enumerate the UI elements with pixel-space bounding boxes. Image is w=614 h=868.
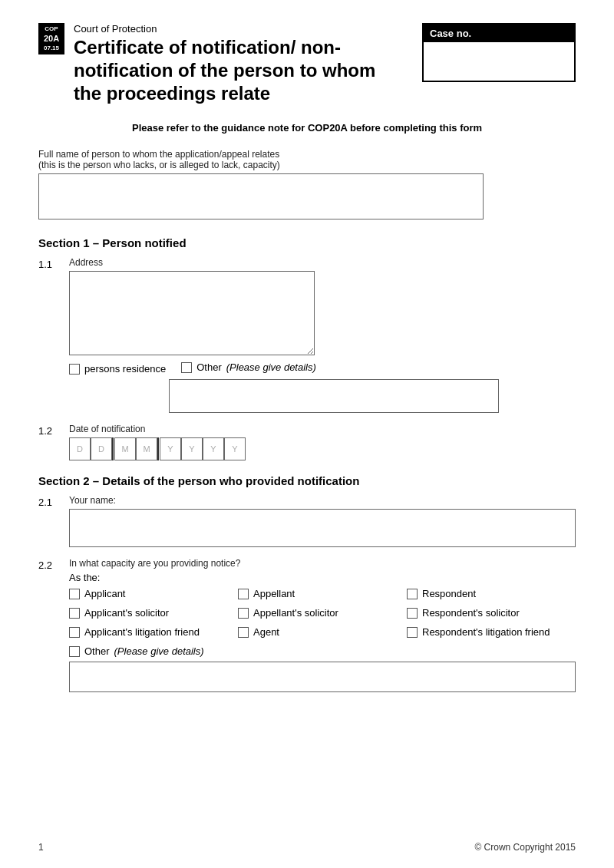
respondent-litigation-friend-label: Respondent's litigation friend <box>422 626 550 638</box>
field-1-1-content: Address persons residence Other (Please … <box>69 257 576 413</box>
respondent-solicitor-label: Respondent's solicitor <box>422 607 520 619</box>
field-1-1-num: 1.1 <box>38 257 61 270</box>
appellant-checkbox[interactable] <box>238 589 249 599</box>
appellant-label: Appellant <box>253 588 295 599</box>
header-title-block: Court of Protection Certificate of notif… <box>74 23 396 105</box>
page: COP 20A 07.15 Court of Protection Certif… <box>0 0 614 868</box>
other-address-checkbox[interactable] <box>181 362 192 373</box>
section1-heading: Section 1 – Person notified <box>38 236 576 249</box>
applicant-item: Applicant <box>69 588 238 599</box>
other-details-container <box>69 379 576 413</box>
other-capacity-italic: (Please give details) <box>114 645 204 657</box>
field-1-2-label: Date of notification <box>69 424 576 434</box>
section2-heading: Section 2 – Details of the person who pr… <box>38 474 576 487</box>
appellant-item: Appellant <box>238 588 407 599</box>
case-no-value <box>424 42 574 81</box>
court-name: Court of Protection <box>74 23 396 35</box>
field-2-2-content: In what capacity are you providing notic… <box>69 558 576 692</box>
date-y4[interactable]: Y <box>224 437 246 460</box>
date-y1[interactable]: Y <box>160 437 181 460</box>
applicant-checkbox[interactable] <box>69 589 80 599</box>
guidance-note: Please refer to the guidance note for CO… <box>38 122 576 134</box>
persons-row: persons residence Other (Please give det… <box>69 361 576 376</box>
field-1-2-num: 1.2 <box>38 424 61 437</box>
other-capacity-label: Other <box>84 645 110 657</box>
respondent-solicitor-item: Respondent's solicitor <box>407 607 576 619</box>
persons-residence-item: persons residence <box>69 363 166 375</box>
agent-item: Agent <box>238 626 407 638</box>
field-1-1: 1.1 Address persons residence Other (Ple… <box>38 257 576 413</box>
full-name-section: Full name of person to whom the applicat… <box>38 149 576 219</box>
field-2-1-label: Your name: <box>69 495 576 506</box>
badge-mid: 20A <box>41 33 61 44</box>
persons-residence-checkbox[interactable] <box>69 364 80 375</box>
cop-badge: COP 20A 07.15 <box>38 23 64 54</box>
respondent-item: Respondent <box>407 588 576 599</box>
other-inline-row: Other (Please give details) <box>181 361 316 373</box>
applicant-litigation-friend-label: Applicant's litigation friend <box>84 626 200 638</box>
applicant-litigation-friend-item: Applicant's litigation friend <box>69 626 238 638</box>
address-input[interactable] <box>69 271 315 355</box>
applicant-solicitor-item: Applicant's solicitor <box>69 607 238 619</box>
full-name-label: Full name of person to whom the applicat… <box>38 149 576 170</box>
field-2-1-content: Your name: <box>69 495 576 547</box>
date-field: D D M M Y Y Y Y <box>69 437 576 460</box>
agent-label: Agent <box>253 626 279 638</box>
date-m2[interactable]: M <box>136 437 157 460</box>
appellant-solicitor-checkbox[interactable] <box>238 608 249 619</box>
field-2-2-label: In what capacity are you providing notic… <box>69 558 576 569</box>
other-capacity-row: Other (Please give details) <box>69 645 576 692</box>
badge-bot: 07.15 <box>41 45 61 52</box>
date-m1[interactable]: M <box>114 437 136 460</box>
date-d2[interactable]: D <box>91 437 112 460</box>
other-capacity-item: Other (Please give details) <box>69 645 576 657</box>
case-no-label: Case no. <box>424 25 574 42</box>
case-no-box: Case no. <box>422 23 576 82</box>
full-name-input[interactable] <box>38 173 484 219</box>
field-2-1: 2.1 Your name: <box>38 495 576 547</box>
page-number: 1 <box>38 842 44 853</box>
field-1-1-label: Address <box>69 257 576 268</box>
capacity-checkbox-grid: Applicant Appellant Respondent Applicant… <box>69 588 576 638</box>
applicant-solicitor-label: Applicant's solicitor <box>84 607 169 619</box>
field-2-2-num: 2.2 <box>38 558 61 571</box>
copyright: © Crown Copyright 2015 <box>474 842 576 853</box>
header: COP 20A 07.15 Court of Protection Certif… <box>38 23 576 105</box>
applicant-label: Applicant <box>84 588 125 599</box>
respondent-solicitor-checkbox[interactable] <box>407 608 418 619</box>
date-d1[interactable]: D <box>69 437 91 460</box>
date-y2[interactable]: Y <box>181 437 203 460</box>
appellant-solicitor-label: Appellant's solicitor <box>253 607 338 619</box>
your-name-input[interactable] <box>69 509 576 547</box>
applicant-litigation-friend-checkbox[interactable] <box>69 627 80 638</box>
applicant-solicitor-checkbox[interactable] <box>69 608 80 619</box>
header-left: COP 20A 07.15 Court of Protection Certif… <box>38 23 396 105</box>
field-2-1-num: 2.1 <box>38 495 61 508</box>
respondent-label: Respondent <box>422 588 476 599</box>
other-capacity-checkbox[interactable] <box>69 646 80 657</box>
field-1-2-content: Date of notification D D M M Y Y Y Y <box>69 424 576 460</box>
as-the-label: As the: <box>69 572 576 583</box>
badge-top: COP <box>41 25 61 33</box>
appellant-solicitor-item: Appellant's solicitor <box>238 607 407 619</box>
main-title: Certificate of notification/ non-notific… <box>74 36 396 105</box>
other-label: Other <box>196 361 222 373</box>
field-1-2: 1.2 Date of notification D D M M Y Y Y Y <box>38 424 576 460</box>
respondent-litigation-friend-checkbox[interactable] <box>407 627 418 638</box>
footer: 1 © Crown Copyright 2015 <box>38 842 576 853</box>
other-details-input[interactable] <box>169 379 499 413</box>
field-2-2: 2.2 In what capacity are you providing n… <box>38 558 576 692</box>
other-italic: (Please give details) <box>226 361 316 373</box>
persons-residence-label: persons residence <box>84 363 166 375</box>
other-capacity-input[interactable] <box>69 662 576 692</box>
respondent-litigation-friend-item: Respondent's litigation friend <box>407 626 576 638</box>
respondent-checkbox[interactable] <box>407 589 418 599</box>
agent-checkbox[interactable] <box>238 627 249 638</box>
date-y3[interactable]: Y <box>203 437 224 460</box>
